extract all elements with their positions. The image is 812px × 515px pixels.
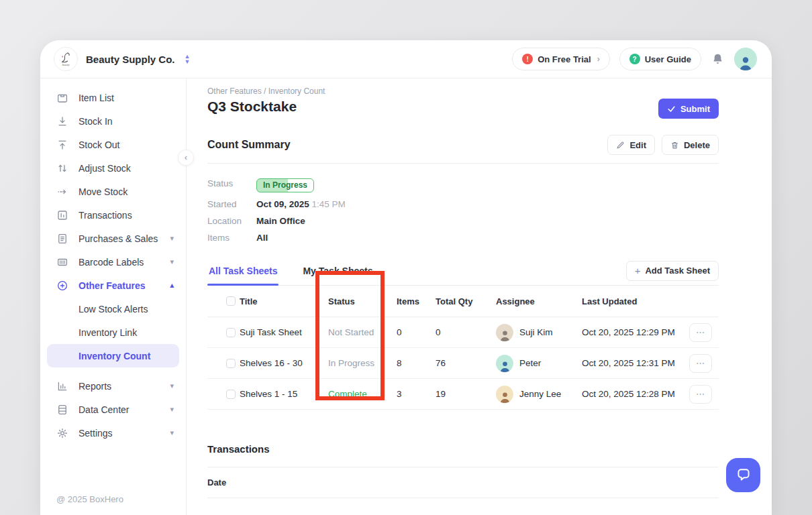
company-switcher-icon[interactable]: ▲▼	[185, 54, 191, 64]
sidebar-item-label: Reports	[79, 381, 111, 392]
delete-button[interactable]: Delete	[662, 135, 719, 155]
sidebar-subitem-inventory-count[interactable]: Inventory Count	[47, 344, 179, 367]
box-icon	[56, 92, 68, 104]
assignee-cell: Jenny Lee	[496, 386, 582, 403]
page-title: Q3 Stocktake	[207, 99, 297, 115]
sidebar-item-label: Purchases & Sales	[79, 233, 158, 244]
task-sheet-total-qty: 19	[436, 389, 496, 399]
copyright-text: @ 2025 BoxHero	[56, 494, 123, 504]
count-summary: Status In Progress Started Oct 09, 2025 …	[207, 178, 719, 243]
row-checkbox[interactable]	[226, 359, 236, 368]
table-row[interactable]: Shelves 16 - 30 In Progress 8 76 Peter O…	[207, 348, 719, 379]
sidebar-item-move-stock[interactable]: Move Stock	[40, 180, 186, 203]
breadcrumb: Other Features / Inventory Count	[207, 87, 719, 96]
chevron-down-icon: ▾	[170, 234, 174, 243]
sidebar-item-barcode-labels[interactable]: Barcode Labels ▾	[40, 250, 186, 274]
alert-icon: !	[522, 54, 533, 64]
arrow-right-dashed-icon	[56, 186, 68, 198]
tab-all-task-sheets[interactable]: All Task Sheets	[207, 260, 278, 285]
plus-circle-icon	[56, 280, 68, 292]
assignee-avatar	[496, 324, 513, 341]
sidebar-item-reports[interactable]: Reports ▾	[40, 374, 186, 398]
sidebar-subitem-label: Low Stock Alerts	[79, 304, 148, 314]
last-updated: Oct 20, 2025 12:29 PM	[582, 327, 689, 337]
task-sheet-title: Shelves 16 - 30	[240, 358, 328, 368]
sidebar-item-label: Stock Out	[79, 139, 119, 150]
column-items: Items	[397, 296, 436, 306]
top-bar: beauty Beauty Supply Co. ▲▼ ! On Free Tr…	[40, 40, 772, 78]
person-photo	[738, 54, 754, 70]
chevron-right-icon: ›	[597, 54, 600, 64]
row-checkbox[interactable]	[226, 390, 236, 399]
sidebar-item-label: Item List	[79, 93, 114, 103]
sidebar: ‹ Item List Stock In Stock Out Adjust St…	[40, 78, 187, 515]
transactions-empty-message: No transactions yet.	[207, 498, 719, 515]
user-guide-button[interactable]: ? User Guide	[619, 48, 701, 70]
column-total-qty: Total Qty	[436, 296, 496, 306]
sidebar-item-other-features[interactable]: Other Features ▴	[40, 274, 186, 297]
sidebar-item-label: Data Center	[79, 404, 129, 415]
table-row[interactable]: Suji Task Sheet Not Started 0 0 Suji Kim…	[207, 317, 719, 348]
divider	[207, 163, 719, 164]
tab-my-task-sheets[interactable]: My Task Sheets	[301, 260, 374, 285]
sidebar-subitem-low-stock-alerts[interactable]: Low Stock Alerts	[40, 297, 186, 321]
sidebar-item-label: Adjust Stock	[79, 163, 131, 174]
started-value: Oct 09, 2025 1:45 PM	[256, 199, 719, 209]
row-menu-button[interactable]: ⋯	[689, 385, 712, 404]
sidebar-item-label: Barcode Labels	[79, 257, 144, 268]
task-sheet-status: In Progress	[328, 358, 397, 368]
database-icon	[56, 404, 68, 416]
sidebar-item-label: Other Features	[79, 280, 146, 291]
task-sheet-total-qty: 76	[436, 358, 496, 368]
count-summary-heading: Count Summary	[207, 139, 291, 151]
sidebar-item-label: Transactions	[79, 210, 132, 221]
bar-chart-icon	[56, 380, 68, 392]
sidebar-item-item-list[interactable]: Item List	[40, 86, 186, 109]
svg-text:beauty: beauty	[62, 63, 69, 66]
sidebar-item-stock-out[interactable]: Stock Out	[40, 133, 186, 156]
task-sheet-status: Complete	[328, 389, 397, 399]
main-content: Other Features / Inventory Count Q3 Stoc…	[187, 78, 772, 515]
assignee-name: Peter	[519, 358, 541, 368]
started-date: Oct 09, 2025	[256, 199, 309, 209]
company-logo[interactable]: beauty	[54, 47, 78, 71]
location-label: Location	[207, 216, 256, 226]
sidebar-collapse-button[interactable]: ‹	[178, 150, 194, 166]
sidebar-item-label: Move Stock	[79, 186, 128, 197]
transactions-table-header: Date	[207, 467, 719, 498]
select-all-checkbox[interactable]	[226, 296, 236, 306]
task-sheet-tabs: All Task Sheets My Task Sheets + Add Tas…	[207, 260, 719, 286]
sidebar-subitem-inventory-link[interactable]: Inventory Link	[40, 321, 186, 344]
chat-bubble-icon	[735, 467, 752, 484]
user-avatar[interactable]	[734, 48, 757, 70]
company-name: Beauty Supply Co.	[86, 54, 175, 65]
row-menu-button[interactable]: ⋯	[689, 323, 712, 342]
column-date: Date	[207, 477, 226, 488]
row-menu-button[interactable]: ⋯	[689, 354, 712, 373]
chevron-up-icon: ▴	[170, 281, 174, 290]
free-trial-button[interactable]: ! On Free Trial ›	[512, 48, 609, 70]
sidebar-item-settings[interactable]: Settings ▾	[40, 421, 186, 445]
sidebar-item-stock-in[interactable]: Stock In	[40, 109, 186, 133]
chevron-down-icon: ▾	[170, 258, 174, 266]
add-task-sheet-button[interactable]: + Add Task Sheet	[626, 261, 719, 281]
sidebar-item-data-center[interactable]: Data Center ▾	[40, 398, 186, 421]
table-row[interactable]: Shelves 1 - 15 Complete 3 19 Jenny Lee O…	[207, 379, 719, 410]
sidebar-item-adjust-stock[interactable]: Adjust Stock	[40, 156, 186, 180]
document-icon	[56, 233, 68, 245]
plus-icon: +	[635, 265, 641, 276]
edit-button[interactable]: Edit	[607, 135, 655, 155]
column-last-updated: Last Updated	[582, 296, 689, 306]
free-trial-label: On Free Trial	[538, 54, 591, 64]
assignee-avatar	[496, 386, 513, 403]
notification-bell-icon[interactable]	[711, 52, 725, 66]
pencil-icon	[616, 141, 625, 150]
sidebar-item-transactions[interactable]: Transactions	[40, 203, 186, 227]
assignee-name: Jenny Lee	[519, 389, 561, 399]
submit-button[interactable]: Submit	[658, 99, 719, 119]
row-checkbox[interactable]	[226, 328, 236, 337]
sidebar-item-purchases-sales[interactable]: Purchases & Sales ▾	[40, 227, 186, 250]
sidebar-item-label: Settings	[79, 428, 113, 439]
beauty-logo-icon: beauty	[57, 50, 74, 68]
chat-button[interactable]	[726, 458, 760, 492]
